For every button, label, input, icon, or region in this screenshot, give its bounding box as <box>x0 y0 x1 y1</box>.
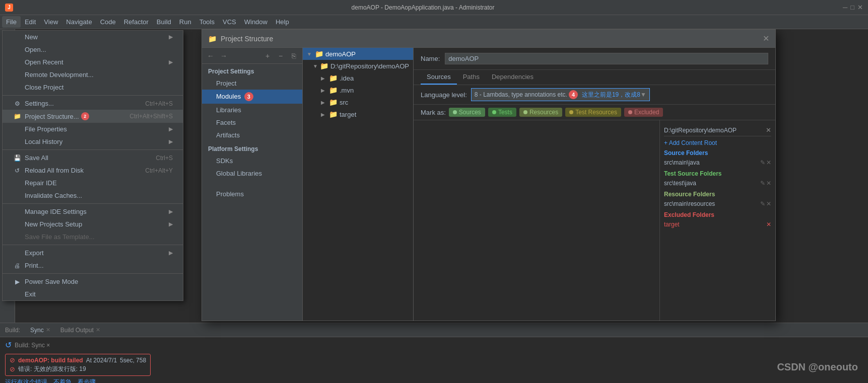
source-folder-edit-1[interactable]: ✎ <box>760 159 765 166</box>
nav-libraries[interactable]: Libraries <box>202 104 302 116</box>
menu-close-project[interactable]: Close Project <box>3 81 183 94</box>
menu-project-structure[interactable]: 📁 Project Structure... 2 Ctrl+Alt+Shift+… <box>3 110 183 123</box>
tab-paths[interactable]: Paths <box>457 70 486 85</box>
menu-local-history-label: Local History <box>25 138 62 145</box>
source-folder-delete-1[interactable]: ✕ <box>766 159 771 166</box>
menu-edit[interactable]: Edit <box>21 16 40 28</box>
nav-modules[interactable]: Modules 3 <box>202 90 302 104</box>
tree-folder-icon-demoaop: 📁 <box>315 50 323 58</box>
menu-file-properties[interactable]: File Properties ▶ <box>3 123 183 135</box>
build-tab-output[interactable]: Build Output ✕ <box>57 325 103 335</box>
project-structure-badge: 2 <box>81 112 89 120</box>
nav-project[interactable]: Project <box>202 77 302 90</box>
menu-invalidate[interactable]: Invalidate Caches... <box>3 189 183 202</box>
mark-test-resources-btn[interactable]: Test Resources <box>565 108 621 117</box>
menu-local-history[interactable]: Local History ▶ <box>3 135 183 148</box>
nav-sdks[interactable]: SDKs <box>202 155 302 167</box>
menu-manage-ide[interactable]: Manage IDE Settings ▶ <box>3 205 183 218</box>
tree-item-mvn[interactable]: ▶ 📁 .mvn <box>303 84 413 96</box>
name-field-input[interactable] <box>445 53 768 64</box>
nav-facets-label: Facets <box>216 119 236 126</box>
resource-folder-delete-1[interactable]: ✕ <box>766 200 771 207</box>
build-tab-sync-close[interactable]: ✕ <box>46 327 50 333</box>
menu-power-save[interactable]: ▶ Power Save Mode <box>3 275 183 288</box>
menu-exit-label: Exit <box>25 290 36 298</box>
menu-new[interactable]: New ▶ <box>3 31 183 43</box>
tree-item-idea[interactable]: ▶ 📁 .idea <box>303 72 413 84</box>
add-content-root-btn[interactable]: + Add Content Root <box>664 139 771 146</box>
mark-resources-btn[interactable]: Resources <box>519 108 562 117</box>
menu-open-recent-label: Open Recent <box>25 58 63 66</box>
build-tab-sync[interactable]: Sync ✕ <box>27 325 53 335</box>
menu-open-recent[interactable]: Open Recent ▶ <box>3 56 183 68</box>
menu-help[interactable]: Help <box>272 16 293 28</box>
nav-global-libs[interactable]: Global Libraries <box>202 167 302 180</box>
add-btn[interactable]: + <box>262 50 273 61</box>
menu-export[interactable]: Export ▶ <box>3 247 183 259</box>
maximize-btn[interactable]: □ <box>850 4 854 11</box>
nav-artifacts[interactable]: Artifacts <box>202 129 302 141</box>
menu-file-label: File <box>6 18 17 26</box>
tree-item-src[interactable]: ▶ 📁 src <box>303 96 413 108</box>
close-btn[interactable]: ✕ <box>857 4 863 11</box>
menu-navigate[interactable]: Navigate <box>62 16 96 28</box>
menu-open[interactable]: Open... <box>3 43 183 56</box>
menu-reload[interactable]: ↺ Reload All from Disk Ctrl+Alt+Y <box>3 164 183 177</box>
nav-facets[interactable]: Facets <box>202 116 302 129</box>
tree-item-gitrepo[interactable]: ▼ 📁 D:\gitRepository\demoAOP <box>303 60 413 72</box>
menu-repair-ide[interactable]: Repair IDE <box>3 177 183 189</box>
file-props-arrow: ▶ <box>169 126 173 132</box>
menu-file[interactable]: File New ▶ Open... Open Recent <box>2 16 21 28</box>
lang-level-select[interactable]: 8 - Lambdas, type annotations etc. 4 这里之… <box>471 88 650 101</box>
dialog-close-btn[interactable]: ✕ <box>763 34 769 43</box>
menu-code[interactable]: Code <box>96 16 120 28</box>
copy-btn[interactable]: ⎘ <box>288 50 299 61</box>
menu-run[interactable]: Run <box>175 16 195 28</box>
minimize-btn[interactable]: ─ <box>843 4 847 11</box>
tree-label-mvn: .mvn <box>340 87 354 94</box>
forward-btn[interactable]: → <box>218 50 229 61</box>
test-source-folder-edit-1[interactable]: ✎ <box>760 180 765 187</box>
menu-print[interactable]: 🖨 Print... <box>3 259 183 272</box>
menu-view[interactable]: View <box>40 16 62 28</box>
menu-new-projects-label: New Projects Setup <box>25 220 82 228</box>
tree-label-gitrepo: D:\gitRepository\demoAOP <box>330 62 409 70</box>
source-folder-actions-1: ✎ ✕ <box>760 159 771 166</box>
tab-sources[interactable]: Sources <box>421 70 457 85</box>
project-structure-shortcut: Ctrl+Alt+Shift+S <box>129 113 173 120</box>
app-icon: J <box>5 4 13 12</box>
build-fix-link[interactable]: 运行有这个错误，不着急，看步骤 <box>5 378 863 383</box>
menu-settings[interactable]: ⚙ Settings... Ctrl+Alt+S <box>3 97 183 110</box>
excluded-folders-title: Excluded Folders <box>664 211 771 218</box>
tree-item-demoaop[interactable]: ▼ 📁 demoAOP <box>303 48 413 60</box>
build-tab-sync-label: Sync <box>30 327 44 334</box>
rp-path-text: D:\gitRepository\demoAOP <box>664 127 737 134</box>
menu-new-projects[interactable]: New Projects Setup ▶ <box>3 218 183 231</box>
tree-item-target[interactable]: ▶ 📁 target <box>303 108 413 120</box>
right-side-panel: D:\gitRepository\demoAOP ✕ + Add Content… <box>659 120 775 321</box>
menu-vcs[interactable]: VCS <box>219 16 240 28</box>
menu-refactor[interactable]: Refactor <box>120 16 153 28</box>
menu-save-all[interactable]: 💾 Save All Ctrl+S <box>3 151 183 164</box>
mark-tests-btn[interactable]: Tests <box>488 108 516 117</box>
back-btn[interactable]: ← <box>205 50 216 61</box>
test-source-folder-delete-1[interactable]: ✕ <box>766 180 771 187</box>
remove-btn[interactable]: − <box>275 50 286 61</box>
rp-path-close[interactable]: ✕ <box>766 126 771 134</box>
excluded-folder-delete-1[interactable]: ✕ <box>766 221 771 228</box>
mark-sources-btn[interactable]: Sources <box>449 108 485 117</box>
menu-tools[interactable]: Tools <box>195 16 219 28</box>
menu-save-template: Save File as Template... <box>3 231 183 243</box>
nav-problems[interactable]: Problems <box>202 188 302 200</box>
menu-remote-dev[interactable]: Remote Development... <box>3 68 183 81</box>
menu-exit[interactable]: Exit <box>3 288 183 300</box>
resource-folder-edit-1[interactable]: ✎ <box>760 200 765 207</box>
menu-power-save-label: Power Save Mode <box>25 278 78 285</box>
test-resources-dot <box>569 110 573 114</box>
build-tab-output-close[interactable]: ✕ <box>96 327 100 333</box>
build-sync-icon: ↺ <box>5 340 12 350</box>
menu-build[interactable]: Build <box>153 16 175 28</box>
menu-window[interactable]: Window <box>240 16 272 28</box>
tab-dependencies[interactable]: Dependencies <box>486 70 540 85</box>
mark-excluded-btn[interactable]: Excluded <box>624 108 663 117</box>
